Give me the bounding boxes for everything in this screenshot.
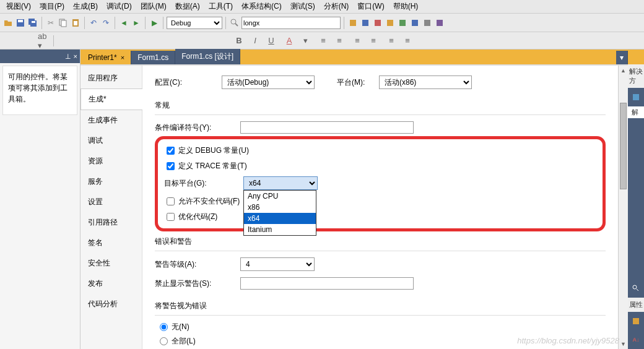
paste-icon[interactable] bbox=[70, 17, 81, 28]
tab-form1cs[interactable]: Form1.cs bbox=[131, 51, 175, 64]
tool-icon-4[interactable] bbox=[385, 17, 396, 28]
tool-icon-3[interactable] bbox=[372, 17, 383, 28]
scroll-down-icon[interactable]: ▼ bbox=[619, 339, 628, 349]
menu-arch[interactable]: 体系结构(C) bbox=[238, 0, 285, 13]
svg-rect-17 bbox=[424, 20, 430, 26]
tool-icon-8[interactable] bbox=[434, 17, 445, 28]
config-select[interactable]: 活动(Debug) bbox=[222, 75, 315, 89]
tool-icon-6[interactable] bbox=[409, 17, 420, 28]
solution-explorer-title[interactable]: 解决方 bbox=[628, 64, 644, 88]
option-x64[interactable]: x64 bbox=[244, 213, 316, 224]
menu-help[interactable]: 帮助(H) bbox=[389, 0, 422, 13]
nav-back-icon[interactable]: ◄ bbox=[118, 17, 129, 28]
save-icon[interactable] bbox=[15, 17, 26, 28]
nav-debug[interactable]: 调试 bbox=[80, 131, 142, 151]
align-center-icon[interactable]: ≡ bbox=[333, 35, 346, 47]
undo-icon[interactable]: ↶ bbox=[88, 17, 99, 28]
svg-rect-1 bbox=[18, 20, 23, 22]
properties-title[interactable]: 属性 bbox=[628, 298, 644, 312]
find-input[interactable] bbox=[242, 17, 341, 29]
scroll-up-icon[interactable]: ▲ bbox=[619, 66, 628, 75]
pin-icon[interactable]: ⊥ bbox=[65, 53, 71, 61]
unsafe-checkbox[interactable] bbox=[167, 197, 175, 205]
tab-dropdown-icon[interactable]: ▾ bbox=[616, 51, 628, 64]
align-left-icon[interactable]: ≡ bbox=[316, 35, 330, 47]
radio-all[interactable] bbox=[160, 337, 168, 345]
option-itanium[interactable]: Itanium bbox=[244, 224, 316, 235]
debug-const-checkbox[interactable] bbox=[167, 147, 175, 155]
menu-data[interactable]: 数据(A) bbox=[172, 0, 204, 13]
menu-build[interactable]: 生成(B) bbox=[69, 0, 102, 13]
svg-rect-8 bbox=[74, 21, 77, 25]
outdent-icon[interactable]: ≡ bbox=[385, 35, 398, 47]
cut-icon[interactable]: ✂ bbox=[45, 17, 56, 28]
menu-project[interactable]: 项目(P) bbox=[36, 0, 68, 13]
list-ol-icon[interactable]: ≡ bbox=[367, 35, 380, 47]
nav-signing[interactable]: 签名 bbox=[80, 233, 142, 253]
svg-rect-6 bbox=[61, 20, 66, 27]
tab-printer1[interactable]: Printer1* × bbox=[82, 51, 131, 64]
az-icon[interactable]: A↓ bbox=[629, 333, 643, 347]
target-platform-select[interactable]: x64 bbox=[243, 176, 318, 190]
tab-label: Form1.cs [设计] bbox=[181, 51, 233, 62]
font-dropdown[interactable]: ab ▾ bbox=[37, 35, 51, 47]
nav-resources[interactable]: 资源 bbox=[80, 151, 142, 171]
nav-build[interactable]: 生成* bbox=[80, 88, 142, 110]
start-icon[interactable]: ▶ bbox=[149, 17, 160, 28]
nav-build-events[interactable]: 生成事件 bbox=[80, 110, 142, 131]
target-platform-dropdown: Any CPU x86 x64 Itanium bbox=[243, 190, 316, 236]
menu-analyze[interactable]: 分析(N) bbox=[320, 0, 353, 13]
props-icon[interactable] bbox=[629, 314, 643, 328]
list-ul-icon[interactable]: ≡ bbox=[350, 35, 364, 47]
highlight-btn[interactable]: ▾ bbox=[298, 35, 312, 47]
nav-refpaths[interactable]: 引用路径 bbox=[80, 212, 142, 233]
nav-publish[interactable]: 发布 bbox=[80, 274, 142, 294]
menu-test[interactable]: 测试(S) bbox=[287, 0, 319, 13]
tab-label: Form1.cs bbox=[137, 53, 168, 62]
search-icon-right[interactable] bbox=[629, 282, 643, 295]
option-anycpu[interactable]: Any CPU bbox=[244, 191, 316, 202]
menu-window[interactable]: 窗口(W) bbox=[354, 0, 388, 13]
nav-fwd-icon[interactable]: ► bbox=[131, 17, 142, 28]
radio-none[interactable] bbox=[160, 323, 168, 331]
menu-team[interactable]: 团队(M) bbox=[137, 0, 170, 13]
nav-code-analysis[interactable]: 代码分析 bbox=[80, 294, 142, 314]
indent-icon[interactable]: ≡ bbox=[401, 35, 414, 47]
svg-rect-19 bbox=[633, 94, 639, 100]
tool-icon-7[interactable] bbox=[422, 17, 433, 28]
font-color-btn[interactable]: A bbox=[282, 35, 296, 47]
platform-select[interactable]: 活动(x86) bbox=[379, 75, 472, 89]
find-icon[interactable] bbox=[229, 17, 240, 28]
optimize-checkbox[interactable] bbox=[167, 213, 175, 221]
copy-icon[interactable] bbox=[58, 17, 69, 28]
menu-tools[interactable]: 工具(T) bbox=[205, 0, 237, 13]
menu-debug[interactable]: 调试(D) bbox=[103, 0, 136, 13]
option-x86[interactable]: x86 bbox=[244, 202, 316, 213]
nav-application[interactable]: 应用程序 bbox=[80, 68, 142, 88]
open-icon[interactable] bbox=[2, 17, 14, 28]
tool-icon-1[interactable] bbox=[347, 17, 359, 28]
italic-btn[interactable]: I bbox=[248, 35, 262, 47]
config-dropdown[interactable]: Debug bbox=[167, 17, 222, 29]
close-icon[interactable]: × bbox=[74, 53, 77, 60]
tab-form1-design[interactable]: Form1.cs [设计] bbox=[175, 49, 240, 64]
tool-icon-5[interactable] bbox=[397, 17, 408, 28]
vertical-scrollbar[interactable]: ▲ ▼ bbox=[618, 66, 628, 349]
section-treat-warnings: 将警告视为错误 bbox=[155, 296, 606, 316]
warning-level-select[interactable]: 4 bbox=[240, 257, 315, 271]
suppress-warn-input[interactable] bbox=[240, 277, 414, 290]
bold-btn[interactable]: B bbox=[232, 35, 246, 47]
cond-symbols-input[interactable] bbox=[240, 121, 414, 134]
redo-icon[interactable]: ↷ bbox=[100, 17, 111, 28]
underline-btn[interactable]: U bbox=[264, 35, 278, 47]
refresh-icon[interactable] bbox=[629, 90, 643, 104]
tool-icon-2[interactable] bbox=[360, 17, 371, 28]
nav-security[interactable]: 安全性 bbox=[80, 253, 142, 274]
menu-view[interactable]: 视图(V) bbox=[2, 0, 35, 13]
nav-services[interactable]: 服务 bbox=[80, 171, 142, 192]
nav-settings[interactable]: 设置 bbox=[80, 192, 142, 212]
trace-const-checkbox[interactable] bbox=[167, 162, 175, 170]
save-all-icon[interactable] bbox=[27, 17, 38, 28]
tab-close-icon[interactable]: × bbox=[121, 54, 124, 61]
scroll-thumb[interactable] bbox=[620, 103, 627, 189]
